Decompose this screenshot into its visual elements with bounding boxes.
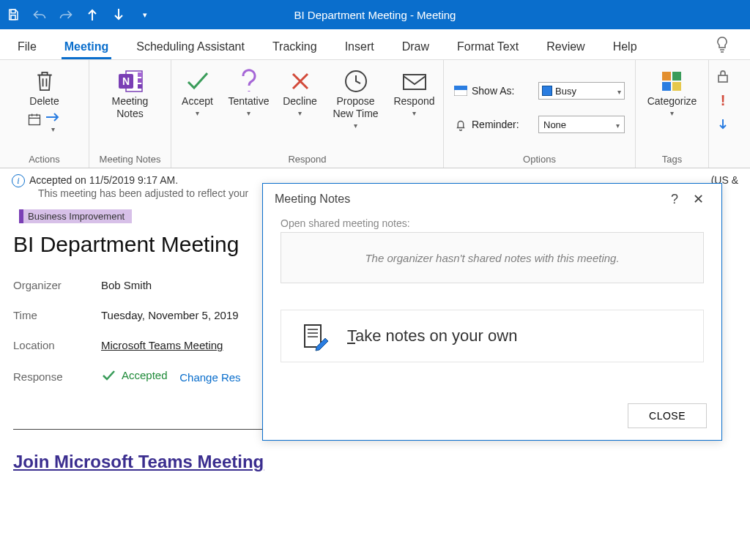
ribbon: Delete ▾ Actions N Meeting Notes Meeting… [0, 60, 750, 168]
qat-customize-icon[interactable]: ▾ [138, 7, 152, 22]
tab-insert[interactable]: Insert [342, 33, 377, 59]
svg-rect-16 [672, 82, 681, 91]
svg-rect-6 [138, 84, 142, 89]
reminder-label: Reminder: [472, 119, 519, 130]
group-label-tags: Tags [662, 151, 682, 166]
group-label-options: Options [523, 151, 556, 166]
title-bar: ▾ BI Department Meeting - Meeting [0, 0, 750, 29]
info-icon: i [12, 174, 25, 187]
high-importance-icon[interactable]: ! [721, 92, 726, 109]
low-importance-icon[interactable] [718, 118, 728, 132]
tab-draw[interactable]: Draw [399, 33, 432, 59]
svg-rect-18 [305, 325, 321, 347]
group-label-respond: Respond [288, 151, 326, 166]
organizer-label: Organizer [13, 279, 101, 291]
info-line1: Accepted on 11/5/2019 9:17 AM. [29, 174, 178, 186]
meeting-notes-label: Meeting Notes [112, 95, 149, 120]
busy-swatch-icon [542, 86, 552, 96]
bell-icon [454, 118, 467, 131]
response-value: Accepted [101, 369, 168, 381]
accept-button[interactable]: Accept▾ [177, 64, 218, 118]
onenote-icon: N [116, 67, 145, 95]
prev-item-icon[interactable] [85, 7, 100, 22]
envelope-icon [401, 67, 428, 95]
dialog-help-button[interactable]: ? [663, 192, 686, 207]
svg-rect-4 [138, 72, 142, 77]
delete-label: Delete [29, 95, 59, 108]
svg-rect-14 [672, 72, 681, 81]
categorize-icon [659, 67, 684, 95]
shared-notes-label: Open shared meeting notes: [281, 217, 704, 229]
take-own-notes-button[interactable]: Take notes on your own [281, 310, 704, 362]
tab-review[interactable]: Review [543, 33, 587, 59]
calendar-icon[interactable] [27, 112, 42, 135]
x-icon [289, 67, 311, 95]
show-as-label: Show As: [472, 85, 514, 97]
dialog-close-button[interactable]: CLOSE [628, 403, 707, 428]
clock-icon [344, 67, 368, 95]
forward-arrow-icon[interactable]: ▾ [45, 112, 62, 135]
meeting-notes-button[interactable]: N Meeting Notes [108, 64, 152, 120]
meeting-notes-dialog: Meeting Notes ? ✕ Open shared meeting no… [262, 183, 722, 441]
tell-me-icon[interactable] [709, 30, 735, 59]
check-icon [101, 370, 116, 381]
join-teams-link[interactable]: Join Microsoft Teams Meeting [13, 452, 737, 472]
tab-format-text[interactable]: Format Text [454, 33, 521, 59]
trash-icon [34, 67, 56, 95]
window-title: BI Department Meeting - Meeting [294, 9, 456, 21]
private-lock-icon[interactable] [716, 69, 729, 83]
ribbon-tabs: File Meeting Scheduling Assistant Tracki… [0, 29, 750, 60]
location-value[interactable]: Microsoft Teams Meeting [101, 339, 223, 351]
categorize-button[interactable]: Categorize▾ [647, 64, 697, 118]
quick-access-toolbar: ▾ [6, 7, 152, 22]
svg-text:N: N [122, 75, 129, 87]
response-label: Response [13, 370, 101, 383]
undo-icon[interactable] [32, 7, 47, 22]
group-label-meeting-notes: Meeting Notes [100, 151, 161, 166]
time-label: Time [13, 309, 101, 321]
tab-tracking[interactable]: Tracking [270, 33, 320, 59]
dialog-title: Meeting Notes [275, 193, 350, 206]
tab-help[interactable]: Help [610, 33, 640, 59]
propose-new-time-button[interactable]: Propose New Time▾ [328, 64, 384, 130]
show-as-icon [454, 86, 467, 96]
take-own-notes-label: Take notes on your own [347, 326, 517, 346]
svg-rect-12 [454, 86, 467, 90]
svg-rect-0 [11, 10, 15, 13]
svg-rect-10 [404, 75, 426, 89]
svg-rect-13 [662, 72, 671, 81]
svg-rect-5 [138, 78, 142, 83]
category-tag[interactable]: Business Improvement [19, 209, 132, 223]
svg-rect-1 [11, 15, 15, 20]
show-as-select[interactable]: Busy ▾ [538, 82, 625, 100]
tab-meeting[interactable]: Meeting [62, 33, 111, 59]
notes-icon [299, 321, 330, 351]
question-icon [240, 67, 259, 95]
save-icon[interactable] [6, 7, 21, 22]
delete-button[interactable]: Delete ▾ [23, 64, 67, 135]
location-label: Location [13, 339, 101, 351]
group-label-actions: Actions [29, 151, 60, 166]
organizer-value: Bob Smith [101, 279, 152, 291]
check-icon [185, 67, 210, 95]
redo-icon[interactable] [59, 7, 73, 22]
svg-rect-2 [29, 115, 40, 124]
svg-rect-15 [662, 82, 671, 91]
tentative-button[interactable]: Tentative▾ [226, 64, 272, 118]
tab-file[interactable]: File [15, 33, 40, 59]
reminder-select[interactable]: None ▾ [538, 116, 625, 133]
dialog-close-icon[interactable]: ✕ [686, 191, 710, 207]
shared-notes-box: The organizer hasn't shared notes with t… [281, 232, 704, 283]
tab-scheduling[interactable]: Scheduling Assistant [133, 33, 248, 59]
respond-button[interactable]: Respond▾ [391, 64, 438, 118]
decline-button[interactable]: Decline▾ [280, 64, 321, 118]
time-value: Tuesday, November 5, 2019 [101, 309, 239, 321]
svg-rect-17 [719, 75, 727, 82]
next-item-icon[interactable] [111, 7, 126, 22]
change-response-link[interactable]: Change Res [179, 371, 240, 384]
